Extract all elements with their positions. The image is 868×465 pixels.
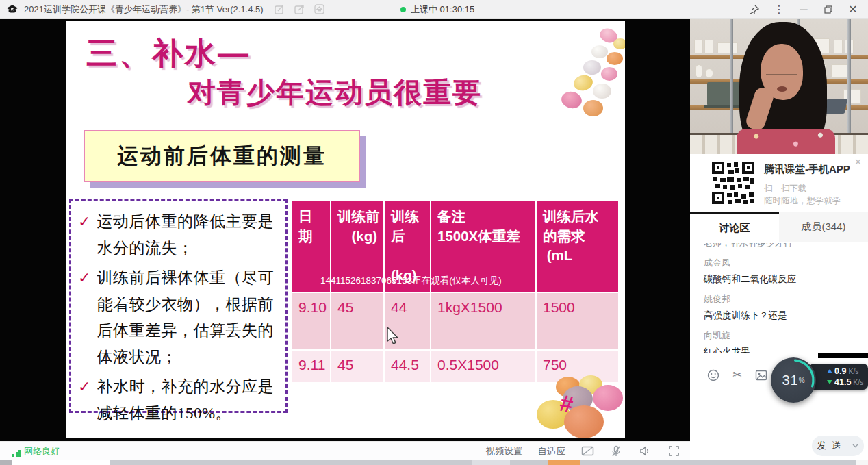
candy-eggs-decoration-top	[526, 29, 625, 121]
class-status: 上课中 01:30:15	[400, 3, 474, 16]
class-timer: 上课中 01:30:15	[411, 3, 474, 16]
weight-table: 日 期 训练前 (kg) 训练后 (kg) 备注 1500X体重差 训练后水 的…	[292, 201, 618, 382]
strip-orange-segment	[548, 460, 580, 465]
menu-icon[interactable]: ⋮	[769, 1, 789, 18]
cpu-usage-bubble[interactable]: 31 %	[771, 357, 816, 403]
chat-message: 向凯旋 红心火龙果	[704, 329, 856, 353]
home-icon[interactable]	[314, 4, 324, 14]
speaker-icon[interactable]	[638, 445, 652, 457]
usage-arc-icon	[771, 357, 816, 403]
candy-eggs-decoration-bottom	[537, 375, 625, 438]
table-cell: 45	[331, 351, 383, 382]
network-icon	[12, 450, 21, 457]
viewer-watermark: 144115261837065153正在观看(仅本人可见)	[320, 275, 502, 287]
chat-user-name: 姚俊邦	[704, 293, 856, 305]
titlebar: 2021运训学院公开课《青少年运动营养》- 第1节 Ver(2.1.4.5) 上…	[0, 0, 868, 19]
share-icon[interactable]	[294, 4, 305, 14]
pin-icon[interactable]	[745, 1, 764, 18]
network-status-text: 网络良好	[24, 445, 60, 457]
slide: 三、补水— 对青少年运动员很重要 运动前后体重的测量 ✓	[66, 21, 625, 438]
chat-message-text: 红心火龙果	[704, 346, 856, 353]
send-button[interactable]: 发 送	[812, 436, 864, 456]
tab-discussion[interactable]: 讨论区	[690, 212, 779, 242]
upload-speed: 0.9	[834, 366, 846, 377]
classroom-window: 2021运训学院公开课《青少年运动营养》- 第1节 Ver(2.1.4.5) 上…	[0, 0, 868, 465]
table-cell: 0.5X1500	[431, 351, 535, 382]
live-dot-icon	[400, 7, 406, 12]
table-cell: 1kgX1500	[431, 293, 535, 349]
chat-message-text: 高强度训练下？还是	[704, 310, 856, 322]
send-divider	[847, 441, 847, 451]
chat-message-text: 碳酸钙和二氧化碳反应	[704, 273, 856, 286]
instructor-shirt	[737, 129, 835, 154]
window-title: 2021运训学院公开课《青少年运动营养》- 第1节 Ver(2.1.4.5)	[24, 3, 264, 16]
close-icon[interactable]: ✕	[843, 1, 863, 18]
check-icon: ✓	[78, 209, 90, 262]
bullet-item: ✓ 训练前后裸体体重（尽可能着较少衣物），根据前后体重差异，估算丢失的体液状况；	[78, 265, 280, 370]
fullscreen-icon[interactable]	[667, 445, 680, 457]
bullet-text: 补水时，补充的水分应是减轻体重的150%。	[97, 374, 280, 427]
section-heading-text: 运动前后体重的测量	[117, 142, 327, 171]
chat-message: 成金凤 碳酸钙和二氧化碳反应	[704, 257, 856, 286]
image-icon[interactable]	[754, 368, 768, 382]
presentation-stage: 三、补水— 对青少年运动员很重要 运动前后体重的测量 ✓	[0, 19, 690, 441]
annotate-icon[interactable]	[275, 4, 285, 14]
slide-title-line2: 对青少年运动员很重要	[188, 74, 482, 112]
close-icon[interactable]: ✕	[854, 157, 862, 167]
slide-title-line1: 三、补水—	[86, 33, 251, 74]
emoji-icon[interactable]	[706, 368, 720, 382]
check-icon: ✓	[78, 265, 90, 370]
network-status: 网络良好	[12, 445, 60, 457]
bottom-edge-strip	[0, 460, 868, 465]
bullet-item: ✓ 运动后体重的降低主要是水分的流失；	[78, 209, 280, 262]
app-promo-title: 腾讯课堂-手机APP	[764, 163, 850, 176]
sidebar-tabs: 讨论区 成员(344)	[690, 212, 868, 242]
down-arrow-icon	[827, 380, 832, 384]
chevron-down-icon[interactable]	[852, 444, 858, 448]
download-speed: 41.5	[834, 377, 851, 388]
table-cell: 44.5	[385, 351, 430, 382]
classroom-logo-icon	[6, 4, 18, 15]
mic-off-icon[interactable]	[609, 445, 623, 457]
screen-off-icon[interactable]	[580, 445, 594, 457]
chat-list[interactable]: 老师，补水补多少才行 成金凤 碳酸钙和二氧化碳反应 姚俊邦 高强度训练下？还是 …	[690, 243, 868, 353]
col-header: 训练后水 的需求 (mL	[537, 201, 618, 292]
app-promo-line2: 随时随地，想学就学	[764, 195, 841, 207]
table-cell: 1500	[537, 293, 618, 349]
app-promo-line1: 扫一扫下载	[764, 183, 807, 194]
send-label: 发 送	[817, 440, 843, 452]
chat-message: 姚俊邦 高强度训练下？还是	[704, 293, 856, 322]
video-settings-button[interactable]: 视频设置	[486, 445, 523, 457]
app-promo-panel: ✕ 腾讯课堂-手机APP 扫一扫下载 随时随地，	[690, 154, 868, 212]
table-cell: 9.11	[292, 351, 330, 382]
table-cell: 9.10	[292, 293, 330, 349]
tab-members[interactable]: 成员(344)	[779, 212, 868, 242]
bottombar: 网络良好 视频设置 自适应	[0, 441, 690, 460]
bullet-text: 运动后体重的降低主要是水分的流失；	[97, 209, 280, 262]
qr-code	[711, 160, 756, 205]
restore-icon[interactable]	[819, 1, 838, 18]
screenshot-scissors-icon[interactable]: ✂	[730, 368, 744, 382]
instructor-video[interactable]	[690, 19, 868, 154]
table-cell: 45	[331, 293, 383, 349]
chat-user-name: 成金凤	[704, 257, 856, 269]
clipped-message: 老师，补水补多少才行	[704, 243, 856, 249]
bullet-text: 训练前后裸体体重（尽可能着较少衣物），根据前后体重差异，估算丢失的体液状况；	[97, 265, 280, 370]
mouse-cursor-icon	[386, 327, 399, 345]
fit-mode-button[interactable]: 自适应	[538, 445, 566, 457]
bullet-item: ✓ 补水时，补充的水分应是减轻体重的150%。	[78, 374, 280, 427]
network-speed-widget[interactable]: 0.9 K/s 41.5 K/s 31 %	[771, 357, 868, 407]
speed-pill: 0.9 K/s 41.5 K/s	[809, 364, 868, 390]
section-heading-box: 运动前后体重的测量	[84, 130, 360, 182]
sidebar: ✕ 腾讯课堂-手机APP 扫一扫下载 随时随地，	[690, 19, 868, 465]
minimize-icon[interactable]: ─	[794, 1, 813, 18]
check-icon: ✓	[78, 374, 90, 427]
notes-box: ✓ 运动后体重的降低主要是水分的流失； ✓ 训练前后裸体体重（尽可能着较少衣物）…	[69, 199, 288, 413]
up-arrow-icon	[827, 369, 832, 373]
chat-user-name: 向凯旋	[704, 329, 856, 342]
